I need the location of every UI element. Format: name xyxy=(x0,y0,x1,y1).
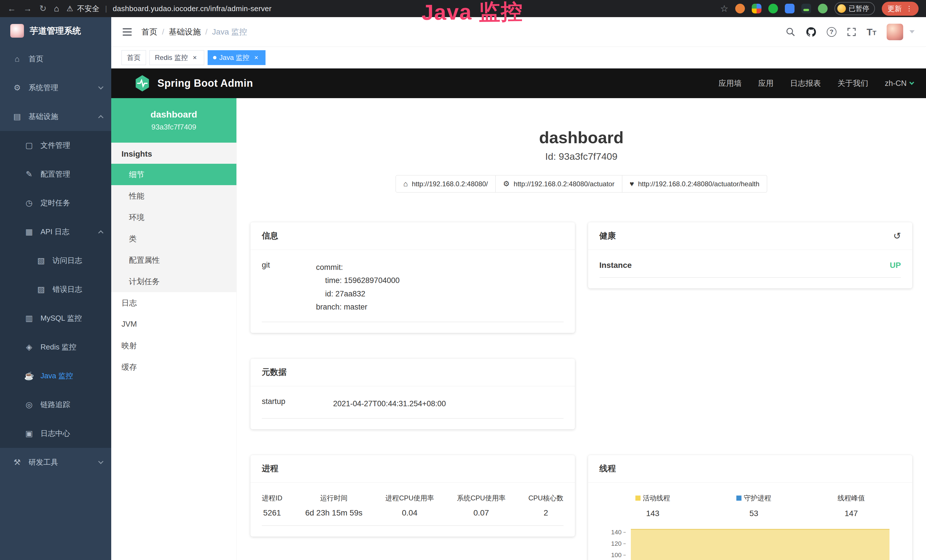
menu-label: 环境 xyxy=(129,212,144,222)
extension-icon-on-badge[interactable] xyxy=(801,4,811,14)
breadcrumb-current: Java 监控 xyxy=(212,27,247,37)
browser-back-button[interactable]: ← xyxy=(8,4,16,13)
sba-menu-configprops[interactable]: 配置属性 xyxy=(111,249,236,271)
legend-daemon-threads: 守护进程 53 xyxy=(736,493,771,518)
browser-menu-icon[interactable]: ⋮ xyxy=(906,5,913,12)
sba-menu-performance[interactable]: 性能 xyxy=(111,185,236,207)
sidebar-item-system-management[interactable]: ⚙ 系统管理 xyxy=(0,73,111,102)
extension-icon-pin[interactable] xyxy=(752,4,761,14)
sidebar-item-java-monitor[interactable]: ☕ Java 监控 xyxy=(0,362,111,390)
sba-menu-classes[interactable]: 类 xyxy=(111,228,236,249)
card-title: 线程 xyxy=(599,463,616,474)
sba-nav-about[interactable]: 关于我们 xyxy=(837,78,868,88)
security-label: 不安全 xyxy=(77,4,100,14)
user-avatar[interactable] xyxy=(887,24,903,40)
sba-menu-scheduled-tasks[interactable]: 计划任务 xyxy=(111,271,236,292)
process-card: 进程 进程ID 5261 运行时间 6d 23h 15m 59s xyxy=(250,455,575,537)
sidebar-item-label: 链路追踪 xyxy=(41,400,70,410)
extension-icon-leaf[interactable] xyxy=(818,4,828,14)
document-icon: ▧ xyxy=(36,256,46,265)
instance-links: ⌂ http://192.168.0.2:48080/ ⚙ http://192… xyxy=(250,175,912,192)
browser-reload-button[interactable]: ↻ xyxy=(39,4,47,13)
sidebar-item-config-management[interactable]: ✎ 配置管理 xyxy=(0,160,111,189)
sba-nav-applications[interactable]: 应用 xyxy=(758,78,773,88)
browser-home-button[interactable]: ⌂ xyxy=(54,4,59,13)
avatar-dropdown-caret[interactable] xyxy=(909,30,915,33)
process-table: 进程ID 5261 运行时间 6d 23h 15m 59s 进程CPU使用率 0… xyxy=(262,493,563,526)
legend-swatch-live xyxy=(635,495,640,501)
sba-menu-details[interactable]: 细节 xyxy=(111,164,236,185)
sba-content: dashboard Id: 93a3fc7f7409 ⌂ http://192.… xyxy=(237,98,926,560)
sba-nav-journal[interactable]: 日志报表 xyxy=(790,78,821,88)
sidebar-item-label: Java 监控 xyxy=(41,371,73,381)
document-icon: ▨ xyxy=(36,285,46,294)
browser-update-button[interactable]: 更新 ⋮ xyxy=(882,2,918,16)
tab-redis-monitor[interactable]: Redis 监控 × xyxy=(150,50,204,65)
sidebar-item-access-logs[interactable]: ▧ 访问日志 xyxy=(0,246,111,275)
sba-navbar: Spring Boot Admin 应用墙 应用 日志报表 关于我们 zh-CN xyxy=(111,68,926,98)
browser-toolbar: ← → ↻ ⌂ ⚠ 不安全 | dashboard.yudao.iocoder.… xyxy=(0,0,926,17)
sidebar-item-mysql-monitor[interactable]: ▥ MySQL 监控 xyxy=(0,304,111,333)
menu-label: 计划任务 xyxy=(129,277,160,287)
history-icon[interactable]: ↺ xyxy=(893,232,901,241)
menu-label: 缓存 xyxy=(121,362,137,372)
sba-nav-wallboard[interactable]: 应用墙 xyxy=(719,78,741,88)
help-icon[interactable]: ? xyxy=(827,27,837,37)
bookmark-star-icon[interactable]: ☆ xyxy=(720,3,728,14)
extension-icon-orange[interactable] xyxy=(735,4,745,14)
sidebar-item-log-center[interactable]: ▣ 日志中心 xyxy=(0,419,111,448)
sidebar-item-infrastructure[interactable]: ▤ 基础设施 xyxy=(0,102,111,131)
tools-icon: ⚒ xyxy=(12,458,22,467)
close-icon[interactable]: × xyxy=(191,54,199,62)
sba-menu-logs[interactable]: 日志 xyxy=(111,292,236,313)
extension-icon-grid[interactable] xyxy=(785,4,794,14)
search-icon[interactable] xyxy=(786,27,795,37)
metadata-value: 2021-04-27T00:44:31.254+08:00 xyxy=(333,397,446,410)
threads-chart: 140 120 100 xyxy=(599,527,901,560)
sidebar-item-error-logs[interactable]: ▨ 错误日志 xyxy=(0,275,111,304)
menu-label: 类 xyxy=(129,234,136,244)
sidebar-item-label: 系统管理 xyxy=(29,83,58,93)
sidebar-item-trace[interactable]: ◎ 链路追踪 xyxy=(0,390,111,419)
sidebar-item-home[interactable]: ⌂ 首页 xyxy=(0,44,111,73)
sidebar-item-file-management[interactable]: ▢ 文件管理 xyxy=(0,131,111,160)
browser-extensions-area: ☆ 已暂停 更新 ⋮ xyxy=(720,2,918,16)
paused-extension-badge[interactable]: 已暂停 xyxy=(834,2,875,15)
breadcrumb-infrastructure[interactable]: 基础设施 xyxy=(169,27,201,37)
threads-legend: 活动线程 143 守护进程 53 线程峰值 147 xyxy=(599,493,901,518)
eye-icon: ◎ xyxy=(24,400,34,409)
sba-menu-jvm[interactable]: JVM xyxy=(111,313,236,335)
github-icon[interactable] xyxy=(806,27,817,37)
sidebar-item-dev-tools[interactable]: ⚒ 研发工具 xyxy=(0,448,111,477)
tab-home[interactable]: 首页 xyxy=(121,50,146,65)
sba-menu-environment[interactable]: 环境 xyxy=(111,207,236,228)
sba-nav-links: 应用墙 应用 日志报表 关于我们 zh-CN xyxy=(719,78,914,88)
health-url-link[interactable]: ♥ http://192.168.0.2:48080/actuator/heal… xyxy=(622,175,767,192)
font-size-icon[interactable]: TT xyxy=(867,27,876,37)
actuator-url-link[interactable]: ⚙ http://192.168.0.2:48080/actuator xyxy=(496,175,622,192)
chevron-up-icon xyxy=(98,115,103,120)
process-col-system-cpu: 系统CPU使用率 0.07 xyxy=(457,493,505,518)
extension-icon-green-v[interactable] xyxy=(768,4,778,14)
browser-forward-button[interactable]: → xyxy=(23,4,32,13)
process-col-uptime: 运行时间 6d 23h 15m 59s xyxy=(305,493,363,518)
sidebar-item-api-logs[interactable]: ▦ API 日志 xyxy=(0,217,111,246)
sba-brand[interactable]: Spring Boot Admin xyxy=(133,74,253,92)
warning-icon: ⚠ xyxy=(67,4,73,13)
instance-url-link[interactable]: ⌂ http://192.168.0.2:48080/ xyxy=(396,175,496,192)
sba-instance-header[interactable]: dashboard 93a3fc7f7409 xyxy=(111,98,236,143)
close-icon[interactable]: × xyxy=(252,54,260,62)
sidebar-item-scheduled-tasks[interactable]: ◷ 定时任务 xyxy=(0,189,111,217)
tab-java-monitor[interactable]: Java 监控 × xyxy=(207,50,265,65)
gear-icon: ⚙ xyxy=(12,83,22,92)
hamburger-icon[interactable] xyxy=(123,28,132,36)
sba-locale-select[interactable]: zh-CN xyxy=(885,79,914,88)
sba-menu-mappings[interactable]: 映射 xyxy=(111,335,236,356)
fullscreen-icon[interactable] xyxy=(847,27,856,37)
sidebar-item-redis-monitor[interactable]: ◈ Redis 监控 xyxy=(0,333,111,362)
breadcrumb-home[interactable]: 首页 xyxy=(141,27,157,37)
address-bar[interactable]: ⚠ 不安全 | dashboard.yudao.iocoder.cn/infra… xyxy=(67,4,271,14)
info-value: commit: time: 1596289704000 id: 27aa832 … xyxy=(316,261,399,314)
sba-menu-caches[interactable]: 缓存 xyxy=(111,356,236,378)
sidebar-item-label: 首页 xyxy=(29,54,43,64)
